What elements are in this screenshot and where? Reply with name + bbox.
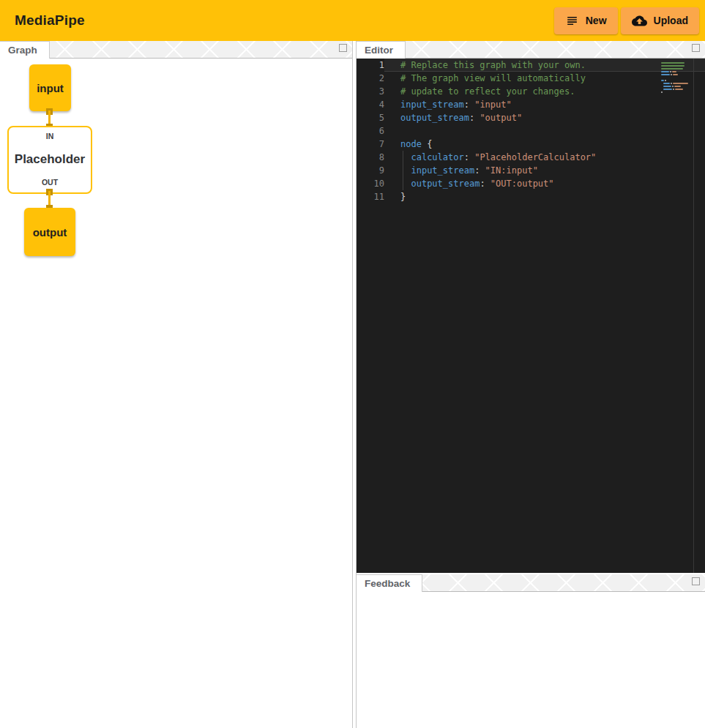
placeholder-out-port-label: OUT [42, 178, 58, 187]
line-number: 10 [357, 177, 384, 190]
code-editor[interactable]: 1# Replace this graph with your own.2# T… [357, 59, 705, 573]
code-line-text: # The graph view will automatically [384, 72, 705, 85]
code-line-text: } [384, 190, 705, 203]
code-line-text: input_stream: "IN:input" [384, 164, 705, 177]
main-area: Graph input IN Placeholder OUT output [0, 41, 705, 728]
right-column: Editor 1# Replace this graph with your o… [356, 41, 705, 728]
code-line[interactable]: 9 input_stream: "IN:input" [357, 164, 705, 177]
line-number: 8 [357, 151, 384, 164]
feedback-panel: Feedback [357, 574, 705, 728]
feedback-panel-strip: Feedback [357, 574, 705, 592]
graph-node-placeholder-label: Placeholder [15, 152, 85, 167]
placeholder-in-port-label: IN [46, 132, 54, 140]
code-line[interactable]: 2# The graph view will automatically [357, 72, 705, 85]
code-line-text: calculator: "PlaceholderCalculator" [384, 151, 705, 164]
code-line-text: # update to reflect your changes. [384, 85, 705, 98]
code-line-text [384, 124, 705, 138]
tab-editor[interactable]: Editor [357, 41, 406, 59]
code-line[interactable]: 3# update to reflect your changes. [357, 85, 705, 98]
app-title: MediaPipe [15, 12, 85, 29]
graph-panel-strip: Graph [0, 41, 352, 59]
line-number: 2 [357, 72, 384, 85]
line-number: 5 [357, 111, 384, 124]
graph-panel: Graph input IN Placeholder OUT output [0, 41, 353, 728]
graph-node-input[interactable]: input [29, 64, 71, 111]
tab-graph[interactable]: Graph [0, 41, 50, 59]
line-number: 1 [357, 59, 384, 72]
new-button[interactable]: New [554, 7, 618, 34]
editor-panel: Editor 1# Replace this graph with your o… [357, 41, 705, 573]
graph-node-output[interactable]: output [24, 208, 75, 256]
feedback-content [357, 592, 705, 728]
code-line[interactable]: 6 [357, 124, 705, 138]
code-line[interactable]: 11} [357, 190, 705, 203]
tab-feedback[interactable]: Feedback [357, 574, 422, 592]
code-line-text: output_stream: "output" [384, 111, 705, 124]
upload-button[interactable]: Upload [621, 7, 699, 34]
tab-feedback-label: Feedback [365, 578, 410, 589]
cloud-upload-icon [632, 13, 647, 29]
code-line[interactable]: 10 output_stream: "OUT:output" [357, 177, 705, 190]
line-number: 6 [357, 124, 384, 138]
code-line[interactable]: 5output_stream: "output" [357, 111, 705, 124]
editor-panel-strip: Editor [357, 41, 705, 59]
line-number: 4 [357, 98, 384, 111]
graph-node-placeholder[interactable]: IN Placeholder OUT [7, 126, 92, 194]
tab-editor-label: Editor [365, 45, 393, 56]
line-number: 7 [357, 138, 384, 151]
code-line-text: input_stream: "input" [384, 98, 705, 111]
overview-ruler [693, 59, 694, 573]
line-number: 3 [357, 85, 384, 98]
code-line[interactable]: 8 calculator: "PlaceholderCalculator" [357, 151, 705, 164]
line-number: 9 [357, 164, 384, 177]
code-line[interactable]: 1# Replace this graph with your own. [357, 59, 705, 72]
graph-maximize-icon[interactable] [339, 44, 347, 52]
code-line-text: node { [384, 138, 705, 151]
editor-lines: 1# Replace this graph with your own.2# T… [357, 59, 705, 203]
new-button-label: New [586, 15, 607, 26]
line-number: 11 [357, 190, 384, 203]
app-header: MediaPipe New Upload [0, 0, 705, 41]
graph-node-input-label: input [37, 82, 64, 94]
code-line[interactable]: 4input_stream: "input" [357, 98, 705, 111]
graph-node-output-label: output [33, 226, 67, 239]
code-line-text: output_stream: "OUT:output" [384, 177, 705, 190]
subject-icon [565, 14, 579, 28]
code-line[interactable]: 7node { [357, 138, 705, 151]
code-line-text: # Replace this graph with your own. [384, 59, 705, 72]
minimap[interactable] [661, 62, 688, 94]
graph-canvas[interactable]: input IN Placeholder OUT output [0, 59, 352, 728]
feedback-maximize-icon[interactable] [692, 577, 700, 585]
tab-graph-label: Graph [8, 45, 37, 56]
upload-button-label: Upload [654, 15, 688, 26]
editor-maximize-icon[interactable] [692, 44, 700, 52]
header-actions: New Upload [554, 7, 699, 34]
